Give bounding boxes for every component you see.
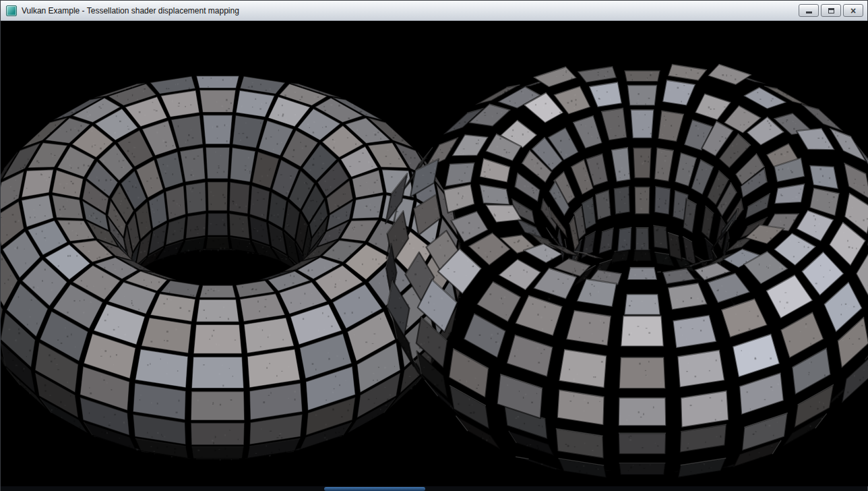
app-window: Vulkan Example - Tessellation shader dis… xyxy=(0,0,868,491)
minimize-button[interactable] xyxy=(799,4,819,17)
bottom-frame xyxy=(1,486,867,491)
title-bar[interactable]: Vulkan Example - Tessellation shader dis… xyxy=(1,1,867,21)
maximize-icon xyxy=(828,8,834,13)
render-canvas[interactable] xyxy=(1,21,868,486)
maximize-button[interactable] xyxy=(821,4,841,17)
window-title: Vulkan Example - Tessellation shader dis… xyxy=(22,6,799,16)
taskbar-sliver xyxy=(324,487,425,491)
minimize-icon xyxy=(806,11,812,13)
close-button[interactable]: × xyxy=(843,4,863,17)
app-icon xyxy=(6,5,17,16)
window-controls: × xyxy=(799,4,863,17)
close-icon: × xyxy=(850,6,856,16)
